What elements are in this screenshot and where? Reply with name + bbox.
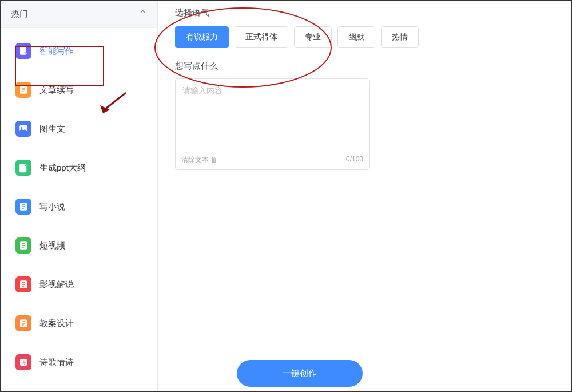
chevron-up-icon: ⌃: [138, 9, 147, 19]
sidebar-item-image-to-text[interactable]: 图生文: [9, 113, 149, 145]
section-header-popular[interactable]: 热门 ⌃: [1, 1, 157, 28]
char-counter: 0/100: [346, 155, 363, 165]
doc-lines-icon: [15, 237, 31, 254]
doc-icon: [15, 160, 31, 176]
content-textarea-wrap: 清除文本 🗑 0/100: [175, 78, 370, 170]
sidebar-item-label: 诗歌情诗: [39, 357, 74, 368]
sidebar-item-article-continue[interactable]: 文章续写: [9, 74, 149, 106]
poem-icon: 诗: [15, 354, 31, 370]
clear-text-button[interactable]: 清除文本 🗑: [181, 155, 217, 165]
tone-chips: 有说服力 正式得体 专业 幽默 热情: [175, 26, 428, 48]
sidebar: 热门 ⌃ 智能写作 文章续写 图生文: [1, 1, 158, 391]
doc-lines-icon: [15, 82, 31, 98]
sidebar-item-poetry[interactable]: 诗 诗歌情诗: [9, 346, 149, 378]
section-title: 热门: [11, 9, 28, 19]
sidebar-item-label: 影视解说: [39, 279, 74, 290]
doc-lines-icon: [15, 276, 31, 292]
right-panel: [442, 1, 571, 391]
tone-chip-passionate[interactable]: 热情: [381, 26, 419, 48]
sidebar-item-label: 智能写作: [39, 46, 74, 57]
svg-text:诗: 诗: [21, 360, 26, 365]
sidebar-item-label: 图生文: [39, 124, 65, 134]
sidebar-item-short-video[interactable]: 短视频: [9, 229, 149, 262]
sidebar-item-label: 生成ppt大纲: [39, 163, 86, 173]
sidebar-item-label: 文章续写: [39, 85, 74, 96]
sidebar-item-lesson-plan[interactable]: 教案设计: [9, 307, 149, 339]
svg-point-6: [21, 127, 23, 129]
textarea-footer: 清除文本 🗑 0/100: [181, 155, 363, 165]
sidebar-item-label: 写小说: [39, 201, 65, 212]
create-button[interactable]: 一键创作: [237, 360, 363, 387]
menu-list: 智能写作 文章续写 图生文 生成ppt大纲: [1, 35, 157, 378]
main-panel: 选择语气 有说服力 正式得体 专业 幽默 热情 想写点什么 清除文本 🗑 0/1…: [158, 1, 442, 391]
doc-lines-icon: [15, 315, 31, 331]
sidebar-item-novel[interactable]: 写小说: [9, 191, 149, 223]
tone-chip-persuasive[interactable]: 有说服力: [175, 26, 229, 48]
write-label: 想写点什么: [175, 61, 428, 72]
image-icon: [15, 121, 31, 137]
tone-chip-formal[interactable]: 正式得体: [235, 26, 288, 48]
sidebar-item-label: 短视频: [39, 240, 65, 251]
sidebar-item-ppt-outline[interactable]: 生成ppt大纲: [9, 152, 149, 184]
sidebar-item-movie-commentary[interactable]: 影视解说: [9, 268, 149, 300]
tone-label: 选择语气: [175, 7, 428, 18]
sidebar-item-smart-writing[interactable]: 智能写作: [9, 35, 149, 67]
sidebar-item-label: 教案设计: [39, 318, 74, 329]
doc-lines-icon: [15, 199, 31, 215]
tone-chip-professional[interactable]: 专业: [294, 26, 332, 48]
tone-chip-humor[interactable]: 幽默: [337, 26, 375, 48]
doc-edit-icon: [15, 43, 31, 59]
